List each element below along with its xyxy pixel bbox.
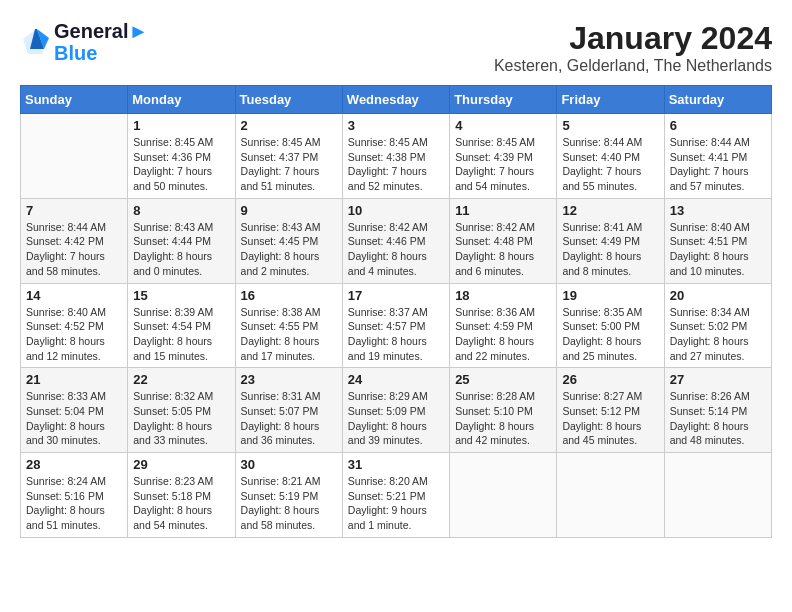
calendar-cell: 10 Sunrise: 8:42 AMSunset: 4:46 PMDaylig… <box>342 198 449 283</box>
calendar-cell: 5 Sunrise: 8:44 AMSunset: 4:40 PMDayligh… <box>557 114 664 199</box>
day-number: 28 <box>26 457 122 472</box>
day-info: Sunrise: 8:40 AMSunset: 4:52 PMDaylight:… <box>26 305 122 364</box>
calendar-cell: 25 Sunrise: 8:28 AMSunset: 5:10 PMDaylig… <box>450 368 557 453</box>
calendar-cell <box>21 114 128 199</box>
day-info: Sunrise: 8:43 AMSunset: 4:45 PMDaylight:… <box>241 220 337 279</box>
calendar-cell: 4 Sunrise: 8:45 AMSunset: 4:39 PMDayligh… <box>450 114 557 199</box>
day-info: Sunrise: 8:43 AMSunset: 4:44 PMDaylight:… <box>133 220 229 279</box>
calendar-cell: 17 Sunrise: 8:37 AMSunset: 4:57 PMDaylig… <box>342 283 449 368</box>
calendar-cell: 27 Sunrise: 8:26 AMSunset: 5:14 PMDaylig… <box>664 368 771 453</box>
day-number: 16 <box>241 288 337 303</box>
calendar-week-5: 28 Sunrise: 8:24 AMSunset: 5:16 PMDaylig… <box>21 453 772 538</box>
calendar-cell: 3 Sunrise: 8:45 AMSunset: 4:38 PMDayligh… <box>342 114 449 199</box>
calendar-cell: 7 Sunrise: 8:44 AMSunset: 4:42 PMDayligh… <box>21 198 128 283</box>
day-number: 27 <box>670 372 766 387</box>
month-title: January 2024 <box>494 20 772 57</box>
day-number: 13 <box>670 203 766 218</box>
calendar-cell: 21 Sunrise: 8:33 AMSunset: 5:04 PMDaylig… <box>21 368 128 453</box>
title-block: January 2024 Kesteren, Gelderland, The N… <box>494 20 772 75</box>
header-tuesday: Tuesday <box>235 86 342 114</box>
day-info: Sunrise: 8:39 AMSunset: 4:54 PMDaylight:… <box>133 305 229 364</box>
day-number: 30 <box>241 457 337 472</box>
calendar-cell: 16 Sunrise: 8:38 AMSunset: 4:55 PMDaylig… <box>235 283 342 368</box>
day-number: 29 <box>133 457 229 472</box>
day-number: 11 <box>455 203 551 218</box>
day-number: 22 <box>133 372 229 387</box>
calendar-cell: 26 Sunrise: 8:27 AMSunset: 5:12 PMDaylig… <box>557 368 664 453</box>
calendar-cell: 20 Sunrise: 8:34 AMSunset: 5:02 PMDaylig… <box>664 283 771 368</box>
calendar-cell: 9 Sunrise: 8:43 AMSunset: 4:45 PMDayligh… <box>235 198 342 283</box>
calendar-cell: 13 Sunrise: 8:40 AMSunset: 4:51 PMDaylig… <box>664 198 771 283</box>
day-info: Sunrise: 8:26 AMSunset: 5:14 PMDaylight:… <box>670 389 766 448</box>
day-info: Sunrise: 8:27 AMSunset: 5:12 PMDaylight:… <box>562 389 658 448</box>
day-number: 7 <box>26 203 122 218</box>
day-info: Sunrise: 8:23 AMSunset: 5:18 PMDaylight:… <box>133 474 229 533</box>
calendar-cell: 28 Sunrise: 8:24 AMSunset: 5:16 PMDaylig… <box>21 453 128 538</box>
day-info: Sunrise: 8:35 AMSunset: 5:00 PMDaylight:… <box>562 305 658 364</box>
day-number: 26 <box>562 372 658 387</box>
calendar-cell: 15 Sunrise: 8:39 AMSunset: 4:54 PMDaylig… <box>128 283 235 368</box>
header-sunday: Sunday <box>21 86 128 114</box>
day-number: 18 <box>455 288 551 303</box>
header-monday: Monday <box>128 86 235 114</box>
calendar-cell: 31 Sunrise: 8:20 AMSunset: 5:21 PMDaylig… <box>342 453 449 538</box>
calendar-table: SundayMondayTuesdayWednesdayThursdayFrid… <box>20 85 772 538</box>
day-info: Sunrise: 8:36 AMSunset: 4:59 PMDaylight:… <box>455 305 551 364</box>
calendar-cell <box>557 453 664 538</box>
day-number: 15 <box>133 288 229 303</box>
calendar-week-3: 14 Sunrise: 8:40 AMSunset: 4:52 PMDaylig… <box>21 283 772 368</box>
calendar-cell: 29 Sunrise: 8:23 AMSunset: 5:18 PMDaylig… <box>128 453 235 538</box>
calendar-week-2: 7 Sunrise: 8:44 AMSunset: 4:42 PMDayligh… <box>21 198 772 283</box>
day-info: Sunrise: 8:38 AMSunset: 4:55 PMDaylight:… <box>241 305 337 364</box>
day-info: Sunrise: 8:40 AMSunset: 4:51 PMDaylight:… <box>670 220 766 279</box>
day-number: 21 <box>26 372 122 387</box>
day-number: 23 <box>241 372 337 387</box>
calendar-cell <box>664 453 771 538</box>
day-info: Sunrise: 8:32 AMSunset: 5:05 PMDaylight:… <box>133 389 229 448</box>
day-info: Sunrise: 8:31 AMSunset: 5:07 PMDaylight:… <box>241 389 337 448</box>
day-info: Sunrise: 8:34 AMSunset: 5:02 PMDaylight:… <box>670 305 766 364</box>
day-number: 5 <box>562 118 658 133</box>
day-info: Sunrise: 8:45 AMSunset: 4:36 PMDaylight:… <box>133 135 229 194</box>
day-number: 9 <box>241 203 337 218</box>
day-number: 2 <box>241 118 337 133</box>
calendar-cell: 2 Sunrise: 8:45 AMSunset: 4:37 PMDayligh… <box>235 114 342 199</box>
calendar-cell: 30 Sunrise: 8:21 AMSunset: 5:19 PMDaylig… <box>235 453 342 538</box>
day-info: Sunrise: 8:45 AMSunset: 4:37 PMDaylight:… <box>241 135 337 194</box>
day-number: 24 <box>348 372 444 387</box>
header-saturday: Saturday <box>664 86 771 114</box>
calendar-cell: 22 Sunrise: 8:32 AMSunset: 5:05 PMDaylig… <box>128 368 235 453</box>
calendar-cell: 19 Sunrise: 8:35 AMSunset: 5:00 PMDaylig… <box>557 283 664 368</box>
calendar-header-row: SundayMondayTuesdayWednesdayThursdayFrid… <box>21 86 772 114</box>
day-number: 19 <box>562 288 658 303</box>
day-number: 8 <box>133 203 229 218</box>
day-number: 14 <box>26 288 122 303</box>
day-number: 3 <box>348 118 444 133</box>
calendar-cell: 24 Sunrise: 8:29 AMSunset: 5:09 PMDaylig… <box>342 368 449 453</box>
calendar-cell: 23 Sunrise: 8:31 AMSunset: 5:07 PMDaylig… <box>235 368 342 453</box>
day-info: Sunrise: 8:42 AMSunset: 4:48 PMDaylight:… <box>455 220 551 279</box>
day-number: 10 <box>348 203 444 218</box>
header-wednesday: Wednesday <box>342 86 449 114</box>
calendar-cell <box>450 453 557 538</box>
header-thursday: Thursday <box>450 86 557 114</box>
day-info: Sunrise: 8:29 AMSunset: 5:09 PMDaylight:… <box>348 389 444 448</box>
day-number: 31 <box>348 457 444 472</box>
calendar-cell: 1 Sunrise: 8:45 AMSunset: 4:36 PMDayligh… <box>128 114 235 199</box>
logo-text: General► Blue <box>54 20 148 64</box>
calendar-cell: 12 Sunrise: 8:41 AMSunset: 4:49 PMDaylig… <box>557 198 664 283</box>
calendar-cell: 6 Sunrise: 8:44 AMSunset: 4:41 PMDayligh… <box>664 114 771 199</box>
day-info: Sunrise: 8:37 AMSunset: 4:57 PMDaylight:… <box>348 305 444 364</box>
page-header: General► Blue January 2024 Kesteren, Gel… <box>20 20 772 75</box>
day-number: 6 <box>670 118 766 133</box>
day-info: Sunrise: 8:44 AMSunset: 4:41 PMDaylight:… <box>670 135 766 194</box>
day-number: 12 <box>562 203 658 218</box>
day-info: Sunrise: 8:33 AMSunset: 5:04 PMDaylight:… <box>26 389 122 448</box>
logo: General► Blue <box>20 20 148 64</box>
day-number: 1 <box>133 118 229 133</box>
day-info: Sunrise: 8:24 AMSunset: 5:16 PMDaylight:… <box>26 474 122 533</box>
day-number: 17 <box>348 288 444 303</box>
day-info: Sunrise: 8:41 AMSunset: 4:49 PMDaylight:… <box>562 220 658 279</box>
calendar-cell: 11 Sunrise: 8:42 AMSunset: 4:48 PMDaylig… <box>450 198 557 283</box>
day-info: Sunrise: 8:21 AMSunset: 5:19 PMDaylight:… <box>241 474 337 533</box>
